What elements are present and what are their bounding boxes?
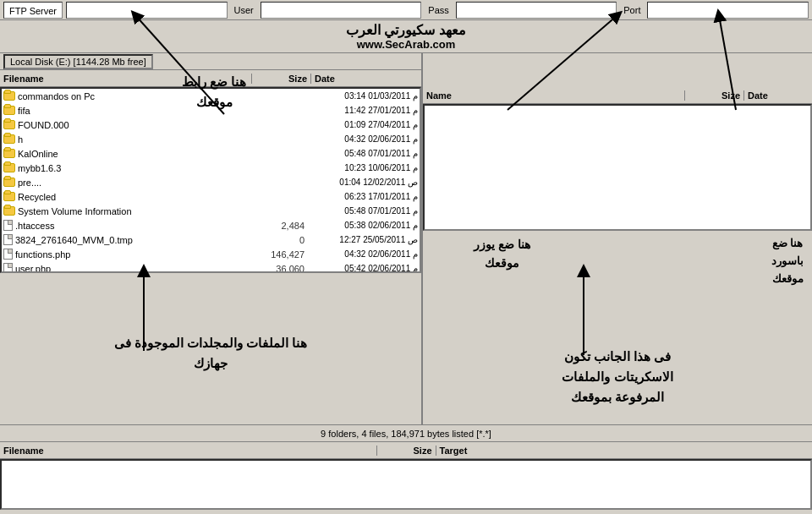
folder-icon [3,120,15,129]
title-area: معهد سكيورتي العرب www.SecArab.com [0,20,812,53]
file-date: م 07/01/2011 05:48 [308,206,418,216]
file-date: م 07/01/2011 05:48 [308,149,418,158]
file-name: h [18,134,249,145]
file-name: System Volume Information [18,206,249,216]
file-name: 3824_2761640_MVM_0.tmp [15,235,249,245]
bottom-col-filename: Filename [0,446,377,456]
site-url: www.SecArab.com [0,38,812,51]
table-row[interactable]: fifaم 27/01/2011 11:42 [2,103,420,118]
bottom-header: Filename Size Target [0,442,812,459]
file-name: mybb1.6.3 [18,163,249,173]
file-date: م 02/06/2011 04:32 [308,249,418,259]
file-date: ص 25/05/2011 12:27 [308,235,418,244]
table-row[interactable]: System Volume Informationم 07/01/2011 05… [2,204,420,218]
file-date: م 27/01/2011 11:42 [308,106,418,115]
left-pane-header: Filename Size Date [0,70,421,87]
file-name: KalOnline [18,149,249,159]
file-name: .htaccess [15,221,249,231]
file-icon [3,234,13,245]
file-size: 0 [249,235,308,245]
folder-icon [3,149,15,158]
file-date: م 02/06/2011 05:38 [308,221,418,230]
annotation-pass: هنا ضعباسوردموقعك [771,235,804,287]
file-icon [3,263,13,273]
folder-icon [3,106,15,115]
bottom-col-size: Size [377,446,436,456]
folder-icon [3,163,15,172]
table-row[interactable]: commandos on Pcم 01/03/2011 03:14 [2,89,420,103]
file-icon [3,220,13,231]
table-row[interactable]: pre....ص 12/02/2011 01:04 [2,175,420,189]
file-name: commandos on Pc [18,91,249,101]
bottom-queue-list[interactable] [0,459,812,510]
file-date: ص 12/02/2011 01:04 [308,178,418,187]
pass-label: Pass [425,5,452,15]
col-date: Date [311,74,421,84]
annotation-server-files: فى هذا الجانب تكونالاسكريتات والملفاتالم… [562,347,672,407]
table-row[interactable]: functions.php146,427م 02/06/2011 04:32 [2,247,420,261]
file-date: م 02/06/2011 04:32 [308,134,418,144]
left-file-list[interactable]: commandos on Pcم 01/03/2011 03:14fifaم 2… [0,87,421,273]
status-bar: 9 folders, 4 files, 184,971 bytes listed… [0,425,812,442]
disk-label: Local Disk (E:) [1144.28 Mb free] [3,54,153,69]
right-annotation-area: هنا ضع يوزرموقعك هنا ضعباسوردموقعك فى هذ… [423,231,812,424]
top-bar: FTP Server User Pass Port [0,0,812,20]
table-row[interactable]: hم 02/06/2011 04:32 [2,132,420,146]
file-name: FOUND.000 [18,120,249,130]
table-row[interactable]: .htaccess2,484م 02/06/2011 05:38 [2,218,420,232]
user-input[interactable] [261,2,422,19]
table-row[interactable]: FOUND.000م 27/04/2011 01:09 [2,118,420,132]
file-name: functions.php [15,249,249,260]
annotation-files-text: هنا الملفات والمجلدات الموجودة فىجهازك [114,333,308,374]
file-date: م 02/06/2011 05:42 [308,264,418,273]
file-name: Recycled [18,192,249,202]
server-url-input[interactable] [66,2,228,19]
site-title-arabic: معهد سكيورتي العرب [0,22,812,38]
folder-icon [3,91,15,101]
col-filename: Filename [0,74,252,84]
folder-icon [3,178,15,187]
bottom-area: Filename Size Target [0,442,812,510]
user-label: User [231,5,257,15]
port-label: Port [620,5,644,15]
right-col-name: Name [423,90,685,101]
right-pane: Name Size Date هنا ضع يوزرموقعك هنا ضعبا… [423,53,812,424]
right-col-date: Date [744,90,812,101]
status-text: 9 folders, 4 files, 184,971 bytes listed… [321,429,491,439]
table-row[interactable]: KalOnlineم 07/01/2011 05:48 [2,146,420,161]
table-row[interactable]: 3824_2761640_MVM_0.tmp0ص 25/05/2011 12:2… [2,232,420,247]
right-col-size: Size [685,90,744,101]
table-row[interactable]: Recycledم 17/01/2011 06:23 [2,189,420,204]
right-file-list[interactable] [423,104,812,231]
left-pane: Local Disk (E:) [1144.28 Mb free] Filena… [0,53,423,424]
file-date: م 27/04/2011 01:09 [308,120,418,129]
folder-icon [3,206,15,216]
table-row[interactable]: mybb1.6.3م 10/06/2011 10:23 [2,161,420,175]
file-date: م 01/03/2011 03:14 [308,91,418,101]
folder-icon [3,192,15,201]
file-name: fifa [18,106,249,116]
file-icon [3,249,13,260]
file-date: م 10/06/2011 10:23 [308,163,418,172]
folder-icon [3,134,15,144]
file-name: user.php [15,264,249,274]
file-date: م 17/01/2011 06:23 [308,192,418,201]
file-name: pre.... [18,178,249,188]
col-size: Size [252,74,311,84]
annotation-user: هنا ضع يوزرموقعك [474,235,530,273]
file-size: 146,427 [249,249,308,260]
right-pane-header: Name Size Date [423,87,812,104]
port-input[interactable] [647,2,809,19]
bottom-col-target: Target [436,446,813,456]
pass-input[interactable] [456,2,617,19]
table-row[interactable]: user.php36,060م 02/06/2011 05:42 [2,261,420,273]
file-size: 2,484 [249,221,308,231]
main-area: Local Disk (E:) [1144.28 Mb free] Filena… [0,53,812,425]
file-size: 36,060 [249,264,308,274]
ftp-server-label: FTP Server [3,2,63,19]
